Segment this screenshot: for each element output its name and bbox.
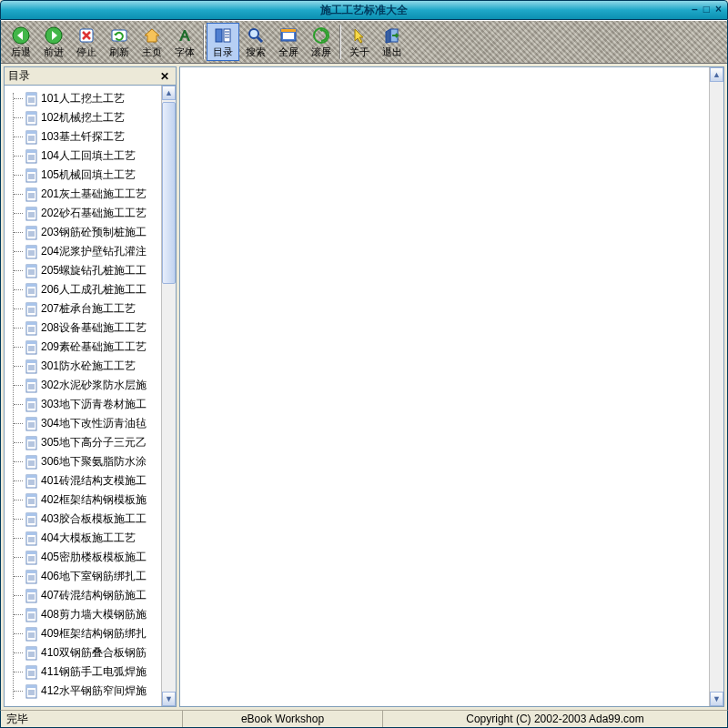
back-button[interactable]: 后退 <box>5 23 37 61</box>
tree-item[interactable]: 403胶合板模板施工工 <box>5 510 161 529</box>
svg-rect-122 <box>26 494 36 497</box>
tree-item-label: 406地下室钢筋绑扎工 <box>41 569 147 584</box>
font-icon <box>175 25 195 46</box>
refresh-button[interactable]: 刷新 <box>103 23 136 61</box>
tree-item[interactable]: 404大模板施工工艺 <box>5 529 161 548</box>
tree-item[interactable]: 202砂石基础施工工艺 <box>5 204 161 223</box>
tree-item[interactable]: 206人工成孔桩施工工 <box>5 280 161 299</box>
tree-item-label: 411钢筋手工电弧焊施 <box>41 664 147 680</box>
svg-rect-102 <box>26 418 36 420</box>
scroll-button[interactable]: 滚屏 <box>305 23 338 61</box>
about-button[interactable]: 关于 <box>343 23 376 61</box>
svg-rect-37 <box>26 169 36 172</box>
scroll-down-button[interactable]: ▼ <box>710 692 723 706</box>
tree-item[interactable]: 402框架结构钢模板施 <box>5 490 161 510</box>
tree-item[interactable]: 103基土钎探工艺 <box>5 127 161 147</box>
tree-item[interactable]: 207桩承台施工工艺 <box>5 299 161 318</box>
toolbar-separator <box>203 25 205 59</box>
tree-item[interactable]: 105机械回填土工艺 <box>5 166 161 185</box>
search-button[interactable]: 搜索 <box>239 23 272 61</box>
scroll-thumb[interactable] <box>162 102 176 284</box>
document-icon <box>25 340 39 355</box>
fullscreen-button[interactable]: 全屏 <box>272 23 305 61</box>
document-icon <box>25 264 39 278</box>
svg-rect-172 <box>26 685 36 688</box>
tree-item[interactable]: 405密肋楼板模板施工 <box>5 548 161 567</box>
scroll-track[interactable] <box>162 100 176 692</box>
document-icon <box>25 149 39 164</box>
tree-item[interactable]: 409框架结构钢筋绑扎 <box>5 624 161 643</box>
tree-item[interactable]: 303地下沥青卷材施工 <box>5 395 161 414</box>
sidebar: 目录 ✕ 101人工挖土工艺102机械挖土工艺103基土钎探工艺104人工回填土… <box>4 66 177 707</box>
sidebar-scrollbar[interactable]: ▲ ▼ <box>161 86 176 706</box>
tree-item[interactable]: 412水平钢筋窄间焊施 <box>5 682 161 701</box>
svg-rect-157 <box>26 628 36 631</box>
document-icon <box>25 207 39 221</box>
tree-item[interactable]: 408剪力墙大模钢筋施 <box>5 605 161 624</box>
tree-item-label: 103基土钎探工艺 <box>41 129 125 145</box>
svg-rect-137 <box>26 551 36 554</box>
scroll-up-button[interactable]: ▲ <box>710 67 723 82</box>
tree-item[interactable]: 104人工回填土工艺 <box>5 147 161 166</box>
tree-item[interactable]: 301防水砼施工工艺 <box>5 357 161 376</box>
tree-item[interactable]: 411钢筋手工电弧焊施 <box>5 662 161 682</box>
stop-button[interactable]: 停止 <box>70 23 103 61</box>
sidebar-close-button[interactable]: ✕ <box>157 70 172 83</box>
content-scrollbar[interactable]: ▲ ▼ <box>709 67 723 706</box>
document-icon <box>25 646 39 661</box>
tree-item-label: 304地下改性沥青油毡 <box>41 416 147 431</box>
document-icon <box>25 245 39 259</box>
tree-item[interactable]: 302水泥砂浆防水层施 <box>5 376 161 395</box>
tree-item-label: 301防水砼施工工艺 <box>41 359 136 374</box>
tree-item[interactable]: 102机械挖土工艺 <box>5 108 161 127</box>
tree-item[interactable]: 201灰土基础施工工艺 <box>5 185 161 204</box>
svg-rect-107 <box>26 437 36 440</box>
tree-item-label: 203钢筋砼预制桩施工 <box>41 225 147 240</box>
tree-item[interactable]: 209素砼基础施工工艺 <box>5 338 161 357</box>
font-button[interactable]: 字体 <box>168 23 201 61</box>
tree-item[interactable]: 305地下高分子三元乙 <box>5 433 161 452</box>
tree-item[interactable]: 204泥浆护壁钻孔灌注 <box>5 242 161 261</box>
tree-item[interactable]: 101人工挖土工艺 <box>5 89 161 108</box>
close-button[interactable]: × <box>715 3 722 15</box>
document-icon <box>25 92 39 106</box>
exit-button[interactable]: 退出 <box>376 23 409 61</box>
document-icon <box>25 130 39 145</box>
exit-icon <box>382 25 402 46</box>
tree-item[interactable]: 205螺旋钻孔桩施工工 <box>5 261 161 280</box>
svg-rect-162 <box>26 647 36 650</box>
tree-item[interactable]: 407砖混结构钢筋施工 <box>5 586 161 605</box>
tree-item-label: 105机械回填土工艺 <box>41 167 136 183</box>
tree-item[interactable]: 203钢筋砼预制桩施工 <box>5 223 161 242</box>
svg-rect-142 <box>26 571 36 573</box>
scroll-down-button[interactable]: ▼ <box>162 692 176 706</box>
home-button[interactable]: 主页 <box>136 23 168 61</box>
svg-rect-92 <box>26 379 36 382</box>
document-icon <box>25 379 39 393</box>
tree-item[interactable]: 406地下室钢筋绑扎工 <box>5 567 161 586</box>
document-icon <box>25 627 39 642</box>
tree-item[interactable]: 208设备基础施工工艺 <box>5 318 161 338</box>
scroll-up-button[interactable]: ▲ <box>162 86 176 100</box>
scroll-track[interactable] <box>710 82 723 692</box>
svg-rect-147 <box>26 590 36 592</box>
cursor-icon <box>349 25 369 46</box>
tree-item-label: 104人工回填土工艺 <box>41 148 136 164</box>
svg-rect-132 <box>26 532 36 535</box>
tree[interactable]: 101人工挖土工艺102机械挖土工艺103基土钎探工艺104人工回填土工艺105… <box>5 86 161 706</box>
document-icon <box>25 359 39 374</box>
maximize-button[interactable]: □ <box>703 3 710 15</box>
tree-item[interactable]: 304地下改性沥青油毡 <box>5 414 161 433</box>
fullscreen-icon <box>278 25 298 46</box>
minimize-button[interactable]: – <box>692 3 698 15</box>
toc-button[interactable]: 目录 <box>207 23 239 61</box>
refresh-icon <box>109 25 129 46</box>
tree-item[interactable]: 401砖混结构支模施工 <box>5 471 161 490</box>
status-right: Copyright (C) 2002-2003 Ada99.com <box>383 711 727 727</box>
document-icon <box>25 551 39 565</box>
tree-item[interactable]: 410双钢筋叠合板钢筋 <box>5 643 161 662</box>
tree-item-label: 404大模板施工工艺 <box>41 531 136 546</box>
forward-button[interactable]: 前进 <box>37 23 70 61</box>
sidebar-title: 目录 <box>8 68 157 84</box>
tree-item[interactable]: 306地下聚氨脂防水涂 <box>5 452 161 471</box>
